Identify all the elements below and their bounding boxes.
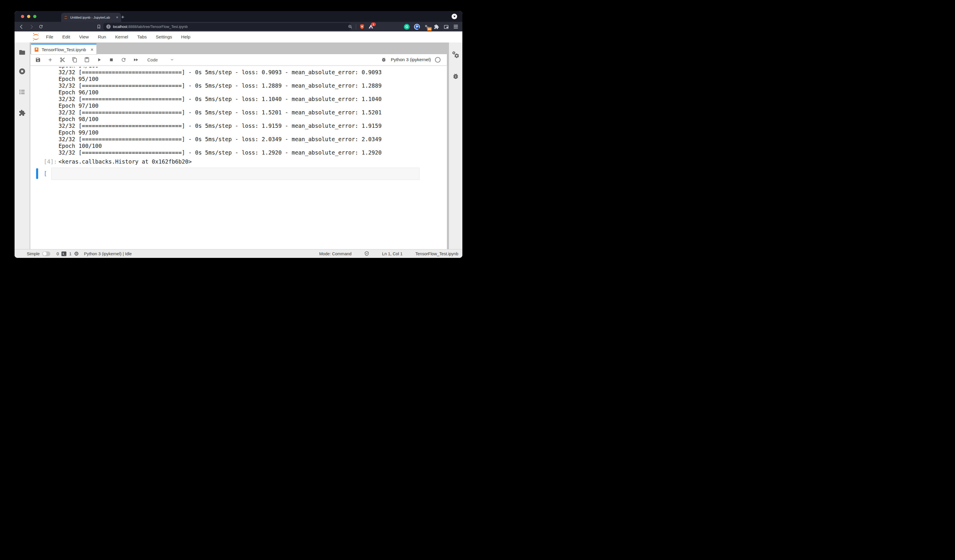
- output-line: Epoch 99/100: [58, 129, 382, 136]
- browser-tab-title: Untitled.ipynb - JupyterLab: [70, 16, 113, 19]
- output-line: Epoch 98/100: [58, 116, 382, 122]
- left-sidebar: [14, 42, 30, 249]
- table-of-contents-icon[interactable]: [19, 89, 26, 95]
- reload-button[interactable]: [38, 24, 43, 29]
- toolbar-buttons: [35, 57, 139, 63]
- minimize-window-button[interactable]: [27, 15, 30, 18]
- restart-kernel-button[interactable]: [121, 57, 126, 63]
- url-bar-actions: 1: [348, 22, 374, 31]
- bookmark-icon[interactable]: [97, 25, 101, 29]
- debugger-toggle-icon[interactable]: [381, 57, 387, 63]
- output-line: 32/32 [==============================] -…: [58, 122, 382, 129]
- kernel-chip-icon[interactable]: [74, 251, 79, 256]
- extension-manager-icon[interactable]: [19, 109, 26, 116]
- menu-run[interactable]: Run: [98, 34, 106, 39]
- code-cell: [ ]:: [30, 167, 447, 180]
- cell-code-editor[interactable]: [51, 167, 420, 180]
- add-cell-button[interactable]: [47, 57, 53, 63]
- url-host: localhost: [113, 25, 127, 29]
- back-button[interactable]: [19, 24, 25, 30]
- brave-shields-icon[interactable]: [359, 23, 365, 30]
- clipped-output-line: Epoch 94/100: [58, 67, 99, 69]
- chevron-down-icon: [170, 58, 174, 62]
- wallet-icon[interactable]: [443, 24, 449, 30]
- notebook-tab[interactable]: TensorFlow_Test.ipynb ×: [31, 44, 96, 55]
- site-info-icon[interactable]: !: [106, 25, 111, 29]
- menu-help[interactable]: Help: [181, 34, 190, 39]
- new-tab-button[interactable]: +: [121, 13, 124, 21]
- output-line: Epoch 96/100: [58, 89, 382, 96]
- zoom-page-icon[interactable]: [348, 25, 352, 29]
- paste-cells-button[interactable]: [84, 57, 90, 63]
- save-button[interactable]: [35, 57, 41, 63]
- menu-view[interactable]: View: [79, 34, 89, 39]
- session-extension-icon[interactable]: 96: [424, 24, 429, 30]
- browser-tab-close-icon[interactable]: ×: [115, 15, 119, 19]
- running-kernels-icon[interactable]: [18, 67, 26, 75]
- output-line: 32/32 [==============================] -…: [58, 69, 382, 76]
- menu-items: File Edit View Run Kernel Tabs Settings …: [46, 34, 190, 39]
- extensions-puzzle-icon[interactable]: [434, 24, 439, 30]
- browser-menu-icon[interactable]: [453, 25, 458, 29]
- kernel-count: 1: [69, 252, 71, 256]
- cell-type-dropdown[interactable]: Code: [147, 57, 174, 62]
- browser-tab[interactable]: Untitled.ipynb - JupyterLab ×: [61, 13, 121, 22]
- terminal-count: 0: [56, 252, 59, 256]
- output-line: 32/32 [==============================] -…: [58, 109, 382, 116]
- output-prompt: [4]:: [44, 158, 57, 165]
- extension-badge: 96: [427, 27, 432, 31]
- notebook-tab-close-icon[interactable]: ×: [91, 47, 94, 52]
- run-cell-button[interactable]: [96, 57, 102, 63]
- forward-button[interactable]: [28, 24, 34, 30]
- menu-tabs[interactable]: Tabs: [137, 34, 147, 39]
- output-line: Epoch 100/100: [58, 142, 382, 149]
- main-area: TensorFlow_Test.ipynb ×: [14, 42, 462, 249]
- grammarly-extension-icon[interactable]: G: [404, 24, 410, 30]
- zoom-window-button[interactable]: [33, 15, 36, 18]
- trust-shield-icon: [364, 251, 369, 257]
- notebook-panel: TensorFlow_Test.ipynb ×: [30, 42, 447, 249]
- jupyterlab-menu-bar: File Edit View Run Kernel Tabs Settings …: [14, 31, 462, 42]
- brave-rewards-icon[interactable]: 1: [368, 24, 374, 30]
- onepassword-extension-icon[interactable]: [414, 24, 420, 30]
- active-cell-indicator[interactable]: [36, 168, 38, 179]
- status-bar-left: Simple 0 $_ 1 Python 3 (ipykernel) | Idl…: [27, 251, 132, 256]
- kernel-status-text[interactable]: Python 3 (ipykernel) | Idle: [84, 252, 132, 256]
- output-line: Epoch 95/100: [58, 76, 382, 82]
- url-bar[interactable]: ! localhost:8888/lab/tree/TensorFlow_Tes…: [103, 23, 351, 30]
- output-line: 32/32 [==============================] -…: [58, 96, 382, 102]
- cursor-position: Ln 1, Col 1: [382, 252, 402, 256]
- menu-edit[interactable]: Edit: [62, 34, 70, 39]
- file-browser-icon[interactable]: [19, 49, 26, 56]
- notebook-tab-bar: TensorFlow_Test.ipynb ×: [30, 42, 447, 55]
- notebook-tab-title: TensorFlow_Test.ipynb: [42, 47, 88, 52]
- close-window-button[interactable]: [21, 15, 24, 18]
- menu-file[interactable]: File: [46, 34, 53, 39]
- cut-cells-button[interactable]: [59, 57, 65, 63]
- output-line: 32/32 [==============================] -…: [58, 149, 382, 156]
- browser-tab-bar: Untitled.ipynb - JupyterLab × +: [14, 11, 462, 22]
- status-bar: Simple 0 $_ 1 Python 3 (ipykernel) | Idl…: [14, 249, 462, 258]
- rewards-badge: 1: [371, 22, 376, 26]
- kernel-name[interactable]: Python 3 (ipykernel): [391, 57, 431, 62]
- menu-kernel[interactable]: Kernel: [115, 34, 128, 39]
- simple-mode-toggle[interactable]: [42, 252, 50, 256]
- browser-nav-bar: ! localhost:8888/lab/tree/TensorFlow_Tes…: [14, 22, 462, 31]
- tab-search-button[interactable]: [452, 14, 457, 19]
- toolbar-kernel-area: Python 3 (ipykernel): [381, 54, 440, 65]
- status-bar-right: Mode: Command Ln 1, Col 1 TensorFlow_Tes…: [319, 251, 458, 257]
- notebook-file-icon: [34, 47, 39, 52]
- kernel-status-icon[interactable]: [435, 57, 440, 63]
- simple-mode-label: Simple: [27, 252, 39, 256]
- terminal-icon[interactable]: $_: [61, 252, 66, 256]
- debugger-sidebar-icon[interactable]: [452, 73, 459, 80]
- menu-settings[interactable]: Settings: [156, 34, 172, 39]
- execution-result-text: <keras.callbacks.History at 0x162fb6b20>: [58, 158, 192, 165]
- property-inspector-icon[interactable]: [452, 51, 460, 59]
- jupyter-logo: [31, 33, 41, 41]
- copy-cells-button[interactable]: [72, 57, 77, 63]
- notebook-toolbar: Code Python 3 (ipykernel): [30, 54, 447, 66]
- restart-run-all-button[interactable]: [133, 57, 139, 63]
- output-line: 32/32 [==============================] -…: [58, 136, 382, 142]
- interrupt-kernel-button[interactable]: [108, 57, 114, 63]
